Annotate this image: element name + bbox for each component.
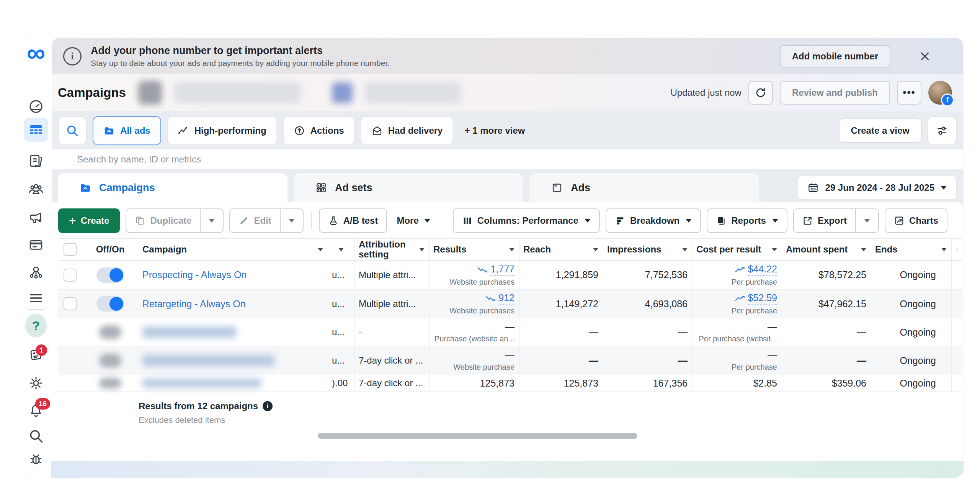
sidebar-item-help[interactable]: ? [25,316,47,335]
more-views-button[interactable]: + 1 more view [459,125,530,136]
close-icon[interactable] [916,47,934,66]
tab-campaigns[interactable]: Campaigns [58,173,287,202]
attribution-cell: Multiple attri... [355,290,430,318]
view-chip-label: Had delivery [388,125,443,136]
review-and-publish-button[interactable]: Review and publish [780,81,890,105]
edit-caret-button[interactable] [280,209,303,232]
campaign-toggle-redacted[interactable] [99,325,121,339]
cost-per-result-cell: $2.85 [693,375,782,391]
campaign-name-link[interactable]: Retargeting - Always On [142,298,246,310]
info-icon[interactable]: i [263,401,273,411]
sidebar-item-advertising[interactable] [25,208,47,227]
campaign-toggle-redacted[interactable] [99,354,121,367]
ab-test-button[interactable]: A/B test [319,208,387,233]
column-settings-button[interactable] [952,239,962,260]
summary-title: Results from 12 campaigns [139,401,258,411]
create-label: Create [81,215,109,226]
ad-account-icon-redacted[interactable] [332,82,353,103]
view-chip-actions[interactable]: Actions [283,116,355,145]
edit-button[interactable]: Edit [230,209,279,232]
results-value[interactable]: 912 [498,292,514,305]
more-button[interactable]: More [393,215,434,226]
sidebar-item-audiences[interactable] [25,180,47,199]
tab-ads[interactable]: Ads [529,173,759,202]
sidebar-item-search[interactable] [25,426,47,446]
breakdown-button[interactable]: Breakdown [606,208,701,233]
export-caret-button[interactable] [855,209,878,232]
ends-cell: Ongoing [871,290,952,318]
refresh-button[interactable] [748,81,773,105]
campaign-name-redacted[interactable] [142,379,261,388]
column-header-budget[interactable] [328,239,355,260]
tab-ad-sets[interactable]: Ad sets [294,173,523,202]
results-value[interactable]: 1,777 [490,264,514,276]
row-checkbox[interactable] [64,269,77,282]
results-cell: — Purchase (website an... [430,318,519,346]
search-input[interactable] [52,149,963,169]
select-all-checkbox[interactable] [64,243,77,256]
sidebar-item-events-manager[interactable] [25,262,47,282]
report-pages-icon [28,153,44,169]
sidebar-item-campaigns[interactable] [24,118,48,142]
notifications-badge: 16 [35,398,50,410]
view-chip-had-delivery[interactable]: Had delivery [361,116,454,145]
sidebar-item-ads-reporting[interactable] [25,151,47,170]
meta-logo-icon[interactable]: ∞ [24,41,48,64]
avatar[interactable]: f [928,81,952,105]
column-header-attribution[interactable]: Attribution setting [355,239,430,260]
campaign-toggle-on[interactable] [96,267,124,283]
view-settings-button[interactable] [928,116,957,145]
create-view-button[interactable]: Create a view [839,118,922,143]
campaign-toggle-on[interactable] [96,296,124,311]
reach-cell: 125,873 [519,375,603,391]
campaign-name-redacted[interactable] [142,355,274,366]
sidebar-item-account-overview[interactable] [25,97,47,116]
sidebar-item-settings[interactable] [25,374,47,393]
sidebar-item-notifications[interactable]: 16 [25,400,47,420]
column-header-ends[interactable]: Ends [871,239,952,260]
ad-account-selector-redacted[interactable] [365,82,461,103]
sidebar-item-updates[interactable]: 1 [25,345,47,364]
add-mobile-number-button[interactable]: Add mobile number [780,45,890,67]
duplicate-split-button: Duplicate [126,208,224,233]
horizontal-scrollbar[interactable] [318,433,637,439]
view-chip-label: Actions [310,125,344,136]
campaign-name-redacted[interactable] [142,326,236,338]
charts-button[interactable]: Charts [885,208,947,233]
sort-caret-icon [419,248,425,251]
business-selector-redacted[interactable] [174,82,301,103]
attribution-cell: 7-day click or ... [355,346,430,375]
more-options-button[interactable]: ••• [897,81,921,105]
ends-cell: Ongoing [871,261,952,289]
cost-value[interactable]: $52.59 [748,292,777,305]
columns-button[interactable]: Columns: Performance [453,208,600,233]
column-header-amount-spent[interactable]: Amount spent [782,239,871,260]
column-header-cost-per-result[interactable]: Cost per result [693,239,782,260]
view-chip-high-performing[interactable]: High-performing [167,116,277,145]
reports-button[interactable]: Reports [707,208,787,233]
column-header-reach[interactable]: Reach [519,239,603,260]
updated-status: Updated just now [671,87,742,98]
date-range-picker[interactable]: 29 Jun 2024 - 28 Jul 2025 [797,175,957,200]
column-header-campaign[interactable]: Campaign [139,239,328,260]
export-button[interactable]: Export [794,209,855,232]
row-checkbox[interactable] [64,297,77,310]
duplicate-caret-button[interactable] [200,209,223,232]
sidebar-item-report-bug[interactable] [25,449,47,469]
campaign-toggle-redacted[interactable] [99,378,121,388]
campaigns-panel: + Create Duplicate Edit [52,202,963,461]
search-button[interactable] [58,116,87,145]
sidebar-item-billing[interactable] [25,235,47,254]
view-chip-all-ads[interactable]: All ads [93,116,161,145]
cost-value[interactable]: $44.22 [748,264,777,276]
column-header-results[interactable]: Results [430,239,519,260]
sidebar-item-all-tools[interactable] [25,288,47,308]
campaign-name-link[interactable]: Prospecting - Always On [142,269,247,280]
audiences-people-icon [28,181,44,197]
sort-caret-icon [509,248,514,251]
column-header-impressions[interactable]: Impressions [603,239,693,260]
create-button[interactable]: + Create [58,208,120,233]
export-icon [802,215,813,226]
duplicate-button[interactable]: Duplicate [126,209,200,232]
account-avatar-redacted[interactable] [138,81,162,105]
